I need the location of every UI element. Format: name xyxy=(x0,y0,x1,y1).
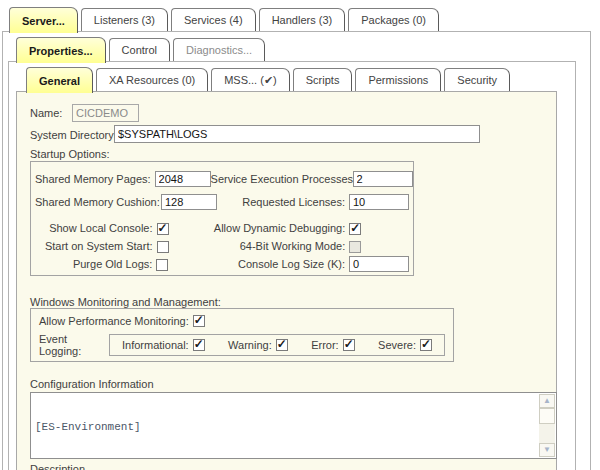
system-directory-field[interactable] xyxy=(114,125,480,143)
configuration-text: [ES-Environment] SYSPATH=D:DEMO2ES_CICS … xyxy=(35,395,537,456)
description-label: Description xyxy=(30,463,85,470)
shared-memory-pages-label: Shared Memory Pages: xyxy=(35,173,155,185)
requested-licenses-label: Requested Licenses: xyxy=(217,196,349,208)
scrollbar[interactable]: ▲ ▼ xyxy=(539,394,555,457)
requested-licenses-field[interactable] xyxy=(349,194,409,210)
scroll-up-icon[interactable]: ▲ xyxy=(539,394,555,408)
shared-memory-cushion-label: Shared Memory Cushion: xyxy=(35,196,161,208)
event-logging-group: Informational: Warning: Error: Severe: xyxy=(109,334,445,356)
tab-general[interactable]: General xyxy=(26,67,93,93)
tab-bar-server-level: Server... Listeners (3) Services (4) Han… xyxy=(9,7,442,33)
allow-dynamic-debugging-checkbox[interactable] xyxy=(349,223,361,235)
service-execution-processes-field[interactable] xyxy=(353,171,413,187)
tab-services[interactable]: Services (4) xyxy=(171,8,256,31)
error-checkbox[interactable] xyxy=(343,339,355,351)
error-label: Error: xyxy=(311,339,339,351)
system-directory-label: System Directory: xyxy=(30,129,117,141)
console-log-size-field[interactable] xyxy=(349,256,409,272)
severe-checkbox[interactable] xyxy=(420,339,432,351)
config-line: [ES-Environment] xyxy=(35,421,537,434)
monitoring-title: Windows Monitoring and Management: xyxy=(30,296,221,308)
allow-performance-monitoring-checkbox[interactable] xyxy=(193,315,205,327)
tab-bar-general-level: General XA Resources (0) MSS... (✔) Scri… xyxy=(26,67,513,93)
tab-handlers[interactable]: Handlers (3) xyxy=(259,8,346,31)
startup-options-title: Startup Options: xyxy=(30,148,110,160)
purge-old-logs-checkbox[interactable] xyxy=(156,259,168,271)
tab-diagnostics[interactable]: Diagnostics... xyxy=(173,38,265,61)
monitoring-group: Allow Performance Monitoring: Event Logg… xyxy=(30,308,454,362)
start-on-system-start-checkbox[interactable] xyxy=(157,241,169,253)
warning-label: Warning: xyxy=(228,339,272,351)
tab-listeners[interactable]: Listeners (3) xyxy=(81,8,168,31)
tab-permissions[interactable]: Permissions xyxy=(355,68,441,91)
tab-security[interactable]: Security xyxy=(444,68,510,91)
shared-memory-cushion-field[interactable] xyxy=(161,194,217,210)
64bit-working-mode-checkbox xyxy=(349,241,361,253)
warning-checkbox[interactable] xyxy=(276,339,288,351)
configuration-information-textarea[interactable]: [ES-Environment] SYSPATH=D:DEMO2ES_CICS … xyxy=(30,392,557,459)
scrollbar-thumb[interactable] xyxy=(539,408,555,424)
event-logging-label: Event Logging: xyxy=(39,333,109,357)
purge-old-logs-label: Purge Old Logs: xyxy=(35,258,156,270)
show-local-console-checkbox[interactable] xyxy=(157,223,169,235)
show-local-console-label: Show Local Console: xyxy=(35,222,157,234)
name-label: Name: xyxy=(30,107,62,119)
tab-control[interactable]: Control xyxy=(109,38,170,61)
service-execution-processes-label: Service Execution Processes: xyxy=(211,173,353,185)
tab-xa-resources[interactable]: XA Resources (0) xyxy=(96,68,208,91)
configuration-information-label: Configuration Information xyxy=(30,378,154,390)
tab-scripts[interactable]: Scripts xyxy=(293,68,353,91)
name-field xyxy=(72,104,139,122)
allow-performance-monitoring-label: Allow Performance Monitoring: xyxy=(39,315,189,327)
informational-checkbox[interactable] xyxy=(193,339,205,351)
start-on-system-start-label: Start on System Start: xyxy=(35,240,157,252)
allow-dynamic-debugging-label: Allow Dynamic Debugging: xyxy=(212,222,349,234)
tab-properties[interactable]: Properties... xyxy=(16,37,106,63)
startup-options-group: Shared Memory Pages: Service Execution P… xyxy=(30,161,414,276)
tab-bar-properties-level: Properties... Control Diagnostics... xyxy=(16,37,268,63)
informational-label: Informational: xyxy=(122,339,189,351)
tab-mss[interactable]: MSS... (✔) xyxy=(211,68,290,91)
shared-memory-pages-field[interactable] xyxy=(155,171,211,187)
severe-label: Severe: xyxy=(378,339,416,351)
tab-server[interactable]: Server... xyxy=(9,7,78,33)
scroll-down-icon[interactable]: ▼ xyxy=(539,443,555,457)
tab-packages[interactable]: Packages (0) xyxy=(348,8,439,31)
64bit-working-mode-label: 64-Bit Working Mode: xyxy=(212,240,349,252)
console-log-size-label: Console Log Size (K): xyxy=(212,258,349,270)
